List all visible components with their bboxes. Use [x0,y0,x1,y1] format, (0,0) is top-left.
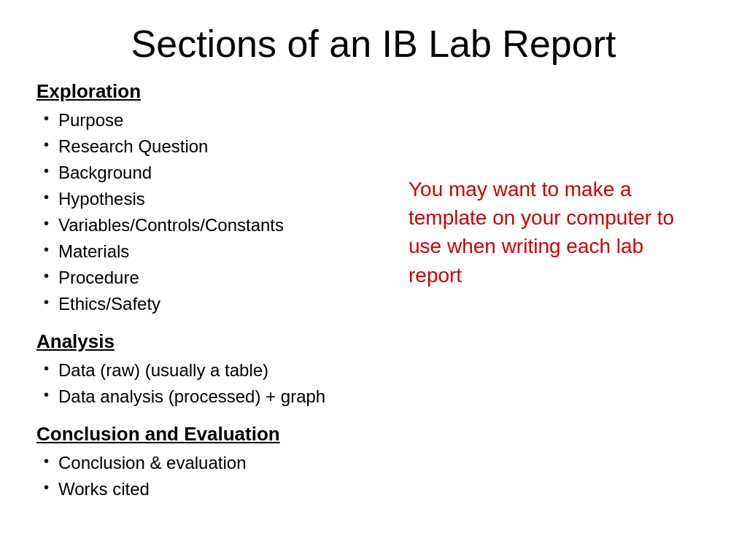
page-title: Sections of an IB Lab Report [36,22,711,66]
exploration-heading: Exploration [36,80,387,103]
list-item: Background [44,160,387,186]
list-item: Data (raw) (usually a table) [44,357,387,384]
list-item: Hypothesis [44,186,387,212]
list-item: Works cited [44,476,387,502]
list-item: Ethics/Safety [44,291,387,317]
list-item: Data analysis (processed) + graph [44,384,387,410]
analysis-section: Analysis Data (raw) (usually a table) Da… [36,330,387,410]
list-item: Conclusion & evaluation [44,450,387,476]
list-item: Procedure [44,265,387,291]
analysis-heading: Analysis [36,330,387,353]
list-item: Research Question [44,133,387,160]
exploration-section: Exploration Purpose Research Question Ba… [36,80,387,317]
conclusion-list: Conclusion & evaluation Works cited [36,450,387,502]
conclusion-section: Conclusion and Evaluation Conclusion & e… [36,423,387,502]
list-item: Variables/Controls/Constants [44,212,387,238]
list-item: Purpose [44,107,387,133]
slide: Sections of an IB Lab Report Exploration… [0,0,747,560]
conclusion-heading: Conclusion and Evaluation [36,423,387,446]
sidebar-note: You may want to make a template on your … [409,175,700,289]
exploration-list: Purpose Research Question Background Hyp… [36,107,387,317]
content-right: You may want to make a template on your … [387,80,700,289]
list-item: Materials [44,238,387,265]
analysis-list: Data (raw) (usually a table) Data analys… [36,357,387,410]
content-left: Exploration Purpose Research Question Ba… [36,80,387,516]
